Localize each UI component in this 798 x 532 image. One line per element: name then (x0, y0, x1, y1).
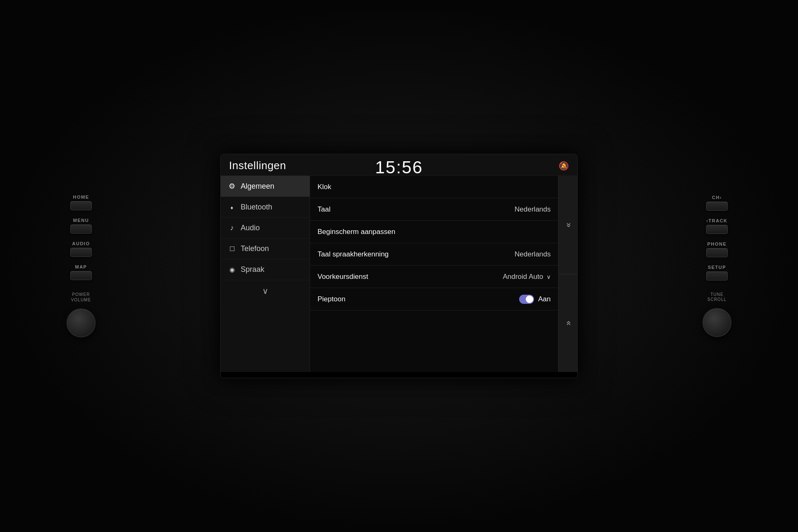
screen-time: 15:56 (375, 158, 423, 177)
settings-sidebar: ⚙ Algemeen ⬧ Bluetooth ♪ Audio ☐ Telefoo… (221, 176, 310, 372)
scroll-up-button[interactable]: « (558, 176, 577, 274)
right-button-panel: CH› ‹TRACK PHONE SETUP TUNESCROLL (702, 195, 732, 337)
gear-icon: ⚙ (227, 182, 236, 191)
sidebar-item-spraak[interactable]: ◉ Spraak (221, 259, 310, 280)
voice-icon: ◉ (227, 266, 236, 273)
settings-content-panel: Klok Taal Nederlands Beginscherm aanpass… (310, 176, 577, 372)
left-button-panel: HOME MENU AUDIO MAP POWERVOLUME (66, 195, 96, 337)
pieptoon-toggle-container: Aan (519, 295, 551, 304)
map-button[interactable]: MAP (70, 264, 92, 280)
car-frame: HOME MENU AUDIO MAP POWERVOLUME Instelli… (0, 0, 798, 532)
audio-icon: ♪ (227, 224, 236, 232)
dropdown-arrow-icon: ∨ (547, 273, 551, 280)
phone-icon: ☐ (227, 245, 236, 253)
sidebar-item-bluetooth[interactable]: ⬧ Bluetooth (221, 197, 310, 218)
voorkeursdienst-value: Android Auto ∨ (503, 273, 551, 281)
ch-button[interactable]: CH› (706, 195, 728, 211)
no-signal-icon: 🔕 (559, 161, 569, 171)
home-button[interactable]: HOME (70, 195, 92, 210)
track-button[interactable]: ‹TRACK (706, 218, 728, 234)
settings-row-pieptoon[interactable]: Pieptoon Aan (310, 288, 558, 310)
scroll-up-icon: « (563, 222, 573, 227)
infotainment-screen: Instellingen 15:56 🔕 ⚙ Algemeen ⬧ Blueto… (220, 154, 578, 378)
status-icons: 🔕 (559, 161, 569, 171)
sidebar-item-telefoon[interactable]: ☐ Telefoon (221, 239, 310, 259)
settings-row-taal[interactable]: Taal Nederlands (310, 198, 558, 221)
sidebar-item-audio[interactable]: ♪ Audio (221, 218, 310, 239)
power-volume-control[interactable]: POWERVOLUME (66, 292, 96, 337)
pieptoon-toggle[interactable] (519, 295, 534, 304)
scroll-down-button[interactable]: » (558, 274, 577, 372)
screen-title: Instellingen (229, 159, 286, 172)
tune-scroll-control[interactable]: TUNESCROLL (702, 292, 732, 337)
screen-header: Instellingen 15:56 🔕 (221, 154, 577, 176)
menu-button[interactable]: MENU (70, 218, 92, 234)
settings-row-taal-spraak[interactable]: Taal spraakherkenning Nederlands (310, 243, 558, 266)
settings-list: Klok Taal Nederlands Beginscherm aanpass… (310, 176, 558, 310)
sidebar-more-button[interactable]: ∨ (221, 280, 310, 302)
sidebar-item-algemeen[interactable]: ⚙ Algemeen (221, 176, 310, 197)
settings-row-voorkeursdienst[interactable]: Voorkeursdienst Android Auto ∨ (310, 266, 558, 288)
audio-button[interactable]: AUDIO (70, 241, 92, 257)
settings-row-klok[interactable]: Klok (310, 176, 558, 198)
settings-row-beginscherm[interactable]: Beginscherm aanpassen (310, 221, 558, 243)
bluetooth-icon: ⬧ (227, 204, 236, 211)
scroll-down-icon: » (563, 321, 573, 325)
setup-button[interactable]: SETUP (706, 265, 728, 281)
screen-body: ⚙ Algemeen ⬧ Bluetooth ♪ Audio ☐ Telefoo… (221, 176, 577, 372)
phone-hw-button[interactable]: PHONE (706, 241, 728, 257)
